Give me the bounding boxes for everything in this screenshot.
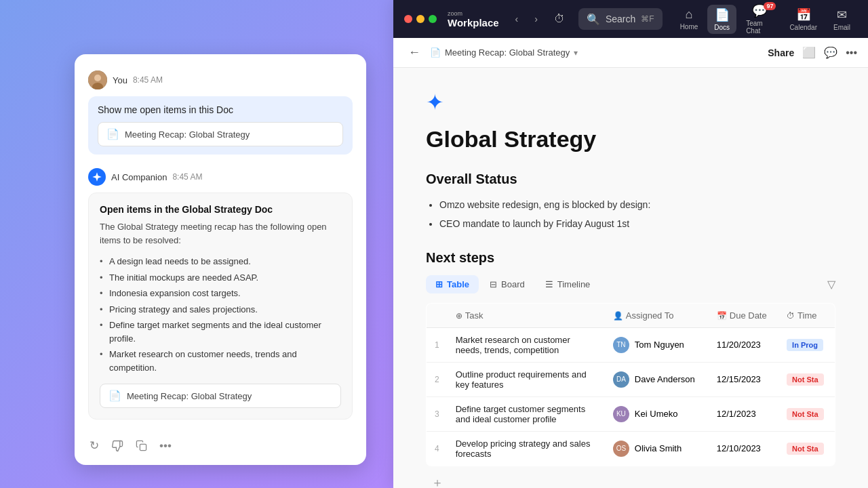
more-menu-button[interactable]: ••• <box>846 47 857 59</box>
nav-email[interactable]: ✉ Email <box>827 5 857 34</box>
user-doc-reference[interactable]: 📄 Meeting Recap: Global Strategy <box>98 122 343 146</box>
task-name: Outline product requirements and key fea… <box>448 362 605 396</box>
doc-icon: 📄 <box>106 128 119 140</box>
copy-button[interactable] <box>134 439 149 453</box>
row-num: 1 <box>427 327 448 362</box>
timeline-icon: ☰ <box>545 279 553 289</box>
user-name: You <box>113 75 127 85</box>
tab-timeline[interactable]: ☰ Timeline <box>536 275 600 293</box>
nav-history-button[interactable]: ⏱ <box>551 10 568 28</box>
breadcrumb[interactable]: 📄 Meeting Recap: Global Strategy ▾ <box>430 47 578 58</box>
chat-panel: You 8:45 AM Show me open items in this D… <box>75 54 366 465</box>
share-button[interactable]: Share <box>768 47 794 58</box>
calendar-icon: 📅 <box>796 7 811 22</box>
table-row: 2 Outline product requirements and key f… <box>427 362 835 396</box>
ai-bubble: Open items in the Global Strategy Doc Th… <box>88 192 353 420</box>
breadcrumb-doc-title: Meeting Recap: Global Strategy <box>445 47 570 58</box>
tab-board[interactable]: ⊟ Board <box>480 275 534 293</box>
assignee-cell: KU Kei Umeko <box>605 396 709 431</box>
nav-home[interactable]: ⌂ Home <box>673 5 705 33</box>
user-message-text: Show me open items in this Doc <box>98 104 343 115</box>
ai-bubble-intro: The Global Strategy meeting recap has th… <box>100 220 341 247</box>
ai-open-items-list: A design lead needs to be assigned. The … <box>100 253 341 375</box>
table-header-row: ⊕Task 👤Assigned To 📅Due Date ⏱Time <box>427 303 835 327</box>
top-navbar: zoom Workplace ‹ › ⏱ 🔍 Search ⌘F ⌂ Home … <box>393 0 868 38</box>
ai-doc-reference[interactable]: 📄 Meeting Recap: Global Strategy <box>100 384 341 408</box>
present-button[interactable]: ⬜ <box>802 46 816 59</box>
list-item: Define target market segments and the id… <box>100 317 341 346</box>
docs-label: Docs <box>714 24 730 31</box>
row-num: 3 <box>427 396 448 431</box>
ai-companion-icon <box>88 168 106 186</box>
comment-button[interactable]: 💬 <box>824 46 837 59</box>
maximize-window-button[interactable] <box>429 15 437 23</box>
zoom-brand: zoom Workplace <box>448 10 499 28</box>
back-button[interactable]: ← <box>404 44 425 61</box>
svg-point-1 <box>94 75 101 81</box>
board-icon: ⊟ <box>490 279 497 289</box>
nav-forward-button[interactable]: › <box>532 11 540 27</box>
doc-content: ✦ Global Strategy Overall Status Omzo we… <box>393 68 868 488</box>
search-bar[interactable]: 🔍 Search ⌘F <box>578 8 663 30</box>
status-cell: Not Sta <box>778 362 835 396</box>
table-row: 4 Develop pricing strategy and sales for… <box>427 431 835 466</box>
zoom-label: zoom <box>448 10 499 17</box>
email-icon: ✉ <box>837 7 847 22</box>
search-icon: 🔍 <box>587 13 600 26</box>
nav-docs[interactable]: 📄 Docs <box>707 5 736 34</box>
add-row-button[interactable]: ＋ <box>426 472 449 488</box>
th-due-date: 📅Due Date <box>709 303 778 327</box>
assignee-name: Kei Umeko <box>635 409 678 419</box>
doc-panel: zoom Workplace ‹ › ⏱ 🔍 Search ⌘F ⌂ Home … <box>393 0 868 488</box>
assignee-avatar: DA <box>613 371 629 388</box>
assignee-cell: OS Olivia Smith <box>605 431 709 466</box>
view-tabs: ⊞ Table ⊟ Board ☰ Timeline ▽ <box>426 275 835 293</box>
filter-button[interactable]: ▽ <box>827 278 835 291</box>
nav-icons: ⌂ Home 📄 Docs 💬 Team Chat 97 📅 Calendar … <box>673 1 857 37</box>
regenerate-button[interactable]: ↻ <box>88 437 100 454</box>
nav-back-button[interactable]: ‹ <box>513 11 521 27</box>
user-message-area: You 8:45 AM Show me open items in this D… <box>88 70 353 155</box>
overall-status-heading: Overall Status <box>426 171 835 187</box>
chat-action-bar: ↻ ••• <box>88 430 353 454</box>
list-item: CEO mandate to launch by Friday August 1… <box>439 214 835 233</box>
assignee-cell: DA Dave Anderson <box>605 362 709 396</box>
th-time: ⏱Time <box>778 303 835 327</box>
task-table: ⊕Task 👤Assigned To 📅Due Date ⏱Time 1 Mar… <box>426 303 835 466</box>
status-cell: Not Sta <box>778 431 835 466</box>
list-item: The initial mockups are needed ASAP. <box>100 270 341 286</box>
user-doc-ref-label: Meeting Recap: Global Strategy <box>125 129 250 140</box>
due-date: 12/15/2023 <box>709 362 778 396</box>
minimize-window-button[interactable] <box>416 15 425 23</box>
assignee-name: Tom Nguyen <box>635 340 684 350</box>
window-controls <box>404 15 437 23</box>
table-row: 1 Market research on customer needs, tre… <box>427 327 835 362</box>
assignee-name: Dave Anderson <box>635 374 695 384</box>
list-item: Omzo website redesign, eng is blocked by… <box>439 195 835 214</box>
home-icon: ⌂ <box>686 7 693 22</box>
teamchat-label: Team Chat <box>746 20 773 35</box>
more-options-button[interactable]: ••• <box>158 438 173 454</box>
status-badge: Not Sta <box>787 408 824 420</box>
docs-icon: 📄 <box>715 7 730 22</box>
nav-calendar[interactable]: 📅 Calendar <box>783 5 824 34</box>
assignee-avatar: TN <box>613 337 629 353</box>
task-name: Develop pricing strategy and sales forec… <box>448 431 605 466</box>
status-badge: Not Sta <box>787 443 824 455</box>
nav-teamchat[interactable]: 💬 Team Chat 97 <box>739 1 780 37</box>
tab-table[interactable]: ⊞ Table <box>426 275 479 293</box>
ai-header: AI Companion 8:45 AM <box>88 168 353 186</box>
list-item: A design lead needs to be assigned. <box>100 253 341 270</box>
assignee-avatar: OS <box>613 441 629 457</box>
status-cell: In Prog <box>778 327 835 362</box>
doc-sub-header: ← 📄 Meeting Recap: Global Strategy ▾ Sha… <box>393 38 868 68</box>
tab-table-label: Table <box>447 279 469 289</box>
user-header: You 8:45 AM <box>88 70 353 89</box>
user-bubble: Show me open items in this Doc 📄 Meeting… <box>88 96 353 155</box>
doc-star-icon: ✦ <box>426 89 835 115</box>
status-badge: Not Sta <box>787 373 824 386</box>
thumbs-down-button[interactable] <box>110 439 125 453</box>
th-row-num <box>427 303 448 327</box>
close-window-button[interactable] <box>404 15 412 23</box>
next-steps-heading: Next steps <box>426 250 835 266</box>
